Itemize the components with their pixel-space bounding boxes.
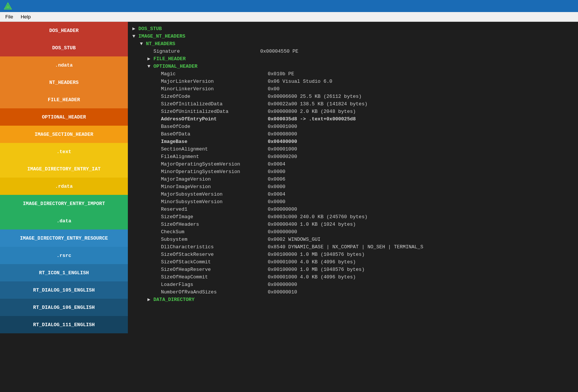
sidebar-item-4[interactable]: FILE_HEADER: [0, 91, 128, 108]
tree-line-7[interactable]: MajorLinkerVersion0x06 Visual Studio 6.0: [132, 77, 573, 85]
sidebar-item-6[interactable]: IMAGE_SECTION_HEADER: [0, 126, 128, 143]
tree-line-6[interactable]: Magic0x010b PE: [132, 70, 573, 77]
tree-value-35: 0x00000010: [268, 289, 297, 295]
tree-value-11: 0x00000800 2.0 KB (2048 bytes): [268, 109, 356, 114]
sidebar-item-0[interactable]: DOS_HEADER: [0, 22, 128, 39]
tree-label-31: SizeOfStackCommit: [161, 259, 266, 265]
tree-line-1[interactable]: ▼IMAGE_NT_HEADERS: [132, 32, 573, 40]
sidebar-item-10[interactable]: IMAGE_DIRECTORY_ENTRY_IMPORT: [0, 195, 128, 212]
sidebar-item-12[interactable]: IMAGE_DIRECTORY_ENTRY_RESOURCE: [0, 229, 128, 247]
tree-label-24: Reserved1: [161, 207, 266, 212]
tree-arrow-5[interactable]: ▼: [147, 64, 153, 69]
tree-value-8: 0x00: [268, 86, 279, 92]
tree-line-5[interactable]: ▼OPTIONAL_HEADER: [132, 62, 573, 70]
tree-label-33: SizeOfHeapCommit: [161, 274, 266, 280]
tree-label-15: ImageBase: [161, 139, 266, 144]
tree-line-20[interactable]: MajorImageVersion0x0006: [132, 175, 573, 183]
tree-arrow-2[interactable]: ▼: [140, 41, 146, 47]
sidebar-item-16[interactable]: RT_DIALOG_106_ENGLISH: [0, 299, 128, 316]
tree-value-25: 0x0003c000 240.0 KB (245760 bytes): [268, 214, 367, 220]
tree-value-23: 0x0000: [268, 199, 285, 205]
tree-line-31[interactable]: SizeOfStackCommit0x00001000 4.0 KB (4096…: [132, 258, 573, 266]
tree-line-4[interactable]: ▶FILE_HEADER: [132, 55, 573, 62]
tree-line-28[interactable]: Subsystem0x0002 WINDOWS_GUI: [132, 236, 573, 243]
menu-help[interactable]: Help: [18, 13, 34, 20]
tree-line-18[interactable]: MajorOperatingSystemVersion0x0004: [132, 160, 573, 168]
tree-line-10[interactable]: SizeOfInitializedData0x00022a00 138.5 KB…: [132, 100, 573, 108]
tree-line-15[interactable]: ImageBase0x00400000: [132, 138, 573, 145]
tree-label-13: BaseOfCode: [161, 124, 266, 129]
tree-value-13: 0x00001000: [268, 124, 297, 129]
sidebar-item-5[interactable]: OPTIONAL_HEADER: [0, 108, 128, 126]
tree-label-22: MajorSubsystemVersion: [161, 191, 266, 197]
tree-line-9[interactable]: SizeOfCode0x00006600 25.5 KB (26112 byte…: [132, 93, 573, 100]
tree-value-10: 0x00022a00 138.5 KB (141824 bytes): [268, 101, 367, 107]
tree-value-21: 0x0000: [268, 184, 285, 190]
sidebar-item-11[interactable]: .data: [0, 212, 128, 229]
tree-label-17: FileAlignment: [161, 154, 266, 160]
tree-line-29[interactable]: DllCharacteristics0x8540 DYNAMIC_BASE | …: [132, 243, 573, 251]
sidebar-item-17[interactable]: RT_DIALOG_111_ENGLISH: [0, 316, 128, 333]
tree-value-16: 0x00001000: [268, 146, 297, 152]
tree-label-9: SizeOfCode: [161, 94, 266, 99]
tree-arrow-1[interactable]: ▼: [132, 33, 138, 39]
sidebar-item-15[interactable]: RT_DIALOG_105_ENGLISH: [0, 281, 128, 299]
tree-value-27: 0x00000000: [268, 229, 297, 235]
sidebar-item-7[interactable]: .text: [0, 143, 128, 160]
tree-value-9: 0x00006600 25.5 KB (26112 bytes): [268, 94, 362, 99]
tree-line-21[interactable]: MinorImageVersion0x0000: [132, 183, 573, 190]
tree-label-29: DllCharacteristics: [161, 244, 266, 250]
sidebar-item-2[interactable]: .ndata: [0, 56, 128, 74]
tree-line-24[interactable]: Reserved10x00000000: [132, 205, 573, 213]
tree-line-25[interactable]: SizeOfImage0x0003c000 240.0 KB (245760 b…: [132, 213, 573, 220]
tree-line-11[interactable]: SizeOfUninitializedData0x00000800 2.0 KB…: [132, 108, 573, 115]
tree-line-14[interactable]: BaseOfData0x00008000: [132, 130, 573, 138]
sidebar-item-8[interactable]: IMAGE_DIRECTORY_ENTRY_IAT: [0, 160, 128, 178]
sidebar-item-13[interactable]: .rsrc: [0, 247, 128, 264]
tree-label-12: AddressOfEntryPoint: [161, 116, 266, 122]
minimize-button[interactable]: [540, 2, 550, 10]
tree-line-13[interactable]: BaseOfCode0x00001000: [132, 123, 573, 130]
tree-value-20: 0x0006: [268, 176, 285, 182]
tree-arrow-36[interactable]: ▶: [147, 296, 153, 302]
tree-label-19: MinorOperatingSystemVersion: [161, 169, 266, 175]
tree-line-34[interactable]: LoaderFlags0x00000000: [132, 281, 573, 288]
tree-line-36[interactable]: ▶DATA_DIRECTORY: [132, 296, 573, 303]
tree-line-2[interactable]: ▼NT_HEADERS: [132, 40, 573, 47]
tree-arrow-4[interactable]: ▶: [147, 56, 153, 62]
tree-label-32: SizeOfHeapReserve: [161, 267, 266, 272]
tree-line-35[interactable]: NumberOfRvaAndSizes0x00000010: [132, 288, 573, 296]
tree-line-32[interactable]: SizeOfHeapReserve0x00100000 1.0 MB (1048…: [132, 266, 573, 273]
tree-value-33: 0x00001000 4.0 KB (4096 bytes): [268, 274, 356, 280]
tree-value-15: 0x00400000: [268, 139, 297, 144]
tree-line-26[interactable]: SizeOfHeaders0x00000400 1.0 KB (1024 byt…: [132, 220, 573, 228]
tree-line-0[interactable]: ▶DOS_STUB: [132, 25, 573, 32]
maximize-button[interactable]: [552, 2, 562, 10]
tree-line-16[interactable]: SectionAlignment0x00001000: [132, 145, 573, 153]
tree-line-17[interactable]: FileAlignment0x00000200: [132, 153, 573, 160]
tree-label-21: MinorImageVersion: [161, 184, 266, 190]
menu-file[interactable]: File: [2, 13, 16, 20]
tree-line-23[interactable]: MinorSubsystemVersion0x0000: [132, 198, 573, 205]
tree-label-7: MajorLinkerVersion: [161, 79, 266, 84]
tree-arrow-0[interactable]: ▶: [132, 26, 138, 32]
tree-line-19[interactable]: MinorOperatingSystemVersion0x0000: [132, 168, 573, 175]
tree-line-27[interactable]: CheckSum0x00000000: [132, 228, 573, 236]
tree-label-36: DATA_DIRECTORY: [153, 297, 259, 302]
tree-line-33[interactable]: SizeOfHeapCommit0x00001000 4.0 KB (4096 …: [132, 273, 573, 281]
tree-value-3: 0x00004550 PE: [260, 49, 298, 54]
sidebar-item-14[interactable]: RT_ICON_1_ENGLISH: [0, 264, 128, 281]
tree-line-22[interactable]: MajorSubsystemVersion0x0004: [132, 190, 573, 198]
sidebar-item-3[interactable]: NT_HEADERS: [0, 74, 128, 91]
tree-line-30[interactable]: SizeOfStackReserve0x00100000 1.0 MB (104…: [132, 251, 573, 258]
tree-label-26: SizeOfHeaders: [161, 222, 266, 227]
close-button[interactable]: [564, 2, 574, 10]
tree-line-3[interactable]: Signature0x00004550 PE: [132, 47, 573, 55]
sidebar-item-1[interactable]: DOS_STUB: [0, 39, 128, 56]
tree-panel[interactable]: ▶DOS_STUB▼IMAGE_NT_HEADERS▼NT_HEADERS Si…: [128, 22, 578, 392]
tree-label-6: Magic: [161, 71, 266, 77]
tree-line-12[interactable]: AddressOfEntryPoint0x000035d8 -> .text+0…: [132, 115, 573, 123]
sidebar-item-9[interactable]: .rdata: [0, 178, 128, 195]
tree-label-35: NumberOfRvaAndSizes: [161, 289, 266, 295]
tree-line-8[interactable]: MinorLinkerVersion0x00: [132, 85, 573, 93]
